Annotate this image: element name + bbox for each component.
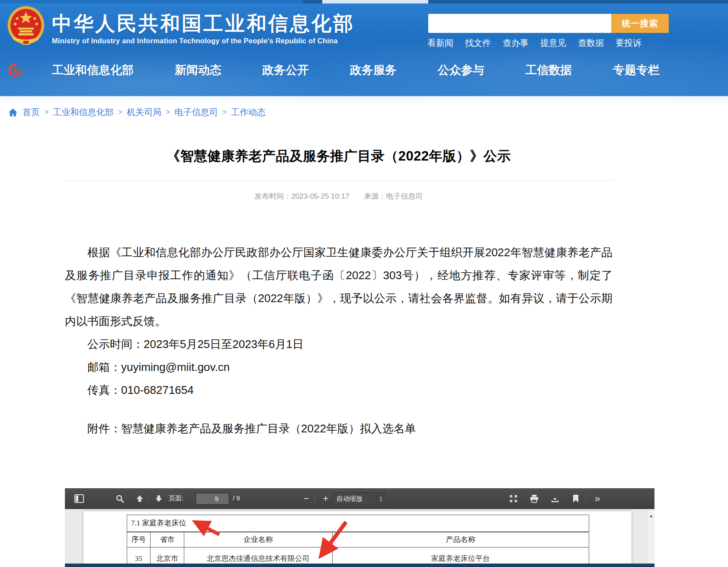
download-icon[interactable]	[548, 492, 561, 505]
article-body: 根据《工业和信息化部办公厅民政部办公厅国家卫生健康委办公厅关于组织开展2022年…	[65, 241, 613, 440]
nav-item-0[interactable]: 工业和信息化部	[52, 62, 134, 78]
scroll-up-icon[interactable]: ▲	[648, 512, 654, 519]
quick-link-4[interactable]: 查数据	[578, 37, 604, 49]
toolbar-separator	[148, 493, 148, 505]
article-line-0: 公示时间：2023年5月25日至2023年6月1日	[65, 333, 613, 356]
quick-links: 看新闻找文件查办事提意见查数据要投诉	[427, 37, 631, 49]
quick-link-5[interactable]: 要投诉	[616, 37, 641, 49]
find-icon[interactable]	[113, 492, 126, 505]
source-value: 电子信息司	[386, 192, 423, 200]
page-number-input[interactable]	[196, 493, 229, 505]
pdf-scrollbar[interactable]: ▲	[647, 509, 654, 567]
nav-items: 工业和信息化部新闻动态政务公开政务服务公众参与工信数据专题专栏	[52, 62, 660, 78]
nav-item-1[interactable]: 新闻动态	[175, 62, 221, 78]
zoom-out-button[interactable]: −	[300, 492, 313, 505]
bookmark-icon[interactable]	[569, 492, 582, 505]
unified-search-button[interactable]: 统一搜索	[611, 14, 669, 33]
article-contact-lines: 公示时间：2023年5月25日至2023年6月1日邮箱：yuyiming@mii…	[65, 333, 613, 402]
breadcrumb-separator: >	[118, 108, 123, 117]
print-icon[interactable]	[528, 492, 541, 505]
breadcrumb-item-3[interactable]: 电子信息司	[175, 106, 218, 118]
pdf-toolbar: 页面: / 9 − + 自动缩放 ▲▼	[65, 488, 654, 509]
gov-site-logo-icon[interactable]	[8, 62, 23, 78]
breadcrumb-separator: >	[166, 108, 170, 117]
sidebar-toggle-icon[interactable]	[73, 492, 86, 505]
nav-item-2[interactable]: 政务公开	[262, 62, 309, 78]
page-up-icon[interactable]	[133, 492, 146, 505]
nav-item-6[interactable]: 专题专栏	[613, 62, 660, 78]
site-subtitle: Ministry of Industry and Information Tec…	[52, 37, 355, 45]
publish-time-label: 发布时间：	[254, 192, 291, 200]
page-title: 《智慧健康养老产品及服务推广目录（2022年版）》公示	[65, 147, 613, 165]
site-header: 中华人民共和国工业和信息化部 Ministry of Industry and …	[0, 3, 728, 96]
nav-item-5[interactable]: 工信数据	[525, 62, 572, 78]
page-number-label: 页面:	[169, 494, 183, 503]
article-meta: 发布时间：2023-05-25 10:17来源：电子信息司	[65, 191, 613, 201]
pdf-col-header-2: 企业名称	[184, 532, 332, 548]
article-paragraph: 根据《工业和信息化部办公厅民政部办公厅国家卫生健康委办公厅关于组织开展2022年…	[65, 241, 613, 333]
publish-time-value: 2023-05-25 10:17	[291, 192, 349, 200]
pdf-viewer: 页面: / 9 − + 自动缩放 ▲▼	[65, 488, 654, 567]
breadcrumb-item-4[interactable]: 工作动态	[231, 106, 266, 118]
site-title: 中华人民共和国工业和信息化部	[52, 11, 355, 36]
pdf-col-header-3: 产品名称	[332, 532, 589, 548]
nav-item-3[interactable]: 政务服务	[350, 62, 397, 78]
page-down-icon[interactable]	[152, 492, 165, 505]
toolbar-separator	[586, 493, 586, 505]
pdf-page: 7.1 家庭养老床位 序号省市企业名称产品名称 35北京市北京思杰佳通信息技术有…	[83, 511, 632, 567]
pdf-col-header-1: 省市	[150, 532, 184, 548]
quick-link-0[interactable]: 看新闻	[427, 37, 453, 49]
article-line-1: 邮箱：yuyiming@miit.gov.cn	[65, 356, 613, 379]
breadcrumb: 首页>工业和信息化部>机关司局>电子信息司>工作动态	[8, 106, 266, 118]
title-divider	[65, 180, 613, 181]
site-brand: 中华人民共和国工业和信息化部 Ministry of Industry and …	[6, 3, 355, 47]
national-emblem-icon	[6, 5, 46, 47]
pdf-content-area: 7.1 家庭养老床位 序号省市企业名称产品名称 35北京市北京思杰佳通信息技术有…	[65, 509, 654, 567]
top-strip-blue-segment	[0, 0, 303, 3]
quick-link-1[interactable]: 找文件	[465, 37, 491, 49]
breadcrumb-item-0[interactable]: 首页	[22, 106, 40, 118]
zoom-in-button[interactable]: +	[319, 492, 332, 505]
presentation-mode-icon[interactable]	[507, 492, 520, 505]
pdf-table: 7.1 家庭养老床位 序号省市企业名称产品名称 35北京市北京思杰佳通信息技术有…	[127, 515, 589, 567]
breadcrumb-separator: >	[44, 108, 49, 117]
pdf-col-header-0: 序号	[127, 532, 151, 548]
quick-link-3[interactable]: 提意见	[540, 37, 566, 49]
breadcrumb-item-1[interactable]: 工业和信息化部	[53, 106, 114, 118]
search-input[interactable]	[428, 14, 611, 33]
nav-item-4[interactable]: 公众参与	[438, 62, 484, 78]
pdf-table-header-row: 序号省市企业名称产品名称	[127, 532, 589, 548]
toolbar-separator	[314, 493, 315, 505]
article-line-2: 传真：010-68271654	[65, 379, 613, 402]
zoom-select[interactable]: 自动缩放 ▲▼	[332, 492, 386, 505]
attachment-line: 附件：智慧健康养老产品及服务推广目录（2022年版）拟入选名单	[65, 417, 613, 440]
main-nav: 工业和信息化部新闻动态政务公开政务服务公众参与工信数据专题专栏	[0, 56, 728, 84]
bottom-bar	[65, 564, 654, 567]
breadcrumb-items: 首页>工业和信息化部>机关司局>电子信息司>工作动态	[22, 106, 266, 118]
more-tools-icon[interactable]: »	[591, 492, 604, 505]
top-strip-light-segment	[322, 0, 428, 3]
source-label: 来源：	[364, 192, 386, 200]
page-total-label: / 9	[233, 494, 240, 502]
breadcrumb-item-2[interactable]: 机关司局	[127, 106, 161, 118]
pdf-section-title: 7.1 家庭养老床位	[127, 515, 589, 532]
breadcrumb-separator: >	[222, 108, 227, 117]
subheader-band	[0, 96, 728, 104]
zoom-select-value: 自动缩放	[333, 495, 376, 503]
chevron-updown-icon: ▲▼	[376, 493, 385, 505]
home-icon[interactable]	[8, 107, 18, 118]
quick-link-2[interactable]: 查办事	[503, 37, 529, 49]
top-strip	[0, 0, 728, 3]
